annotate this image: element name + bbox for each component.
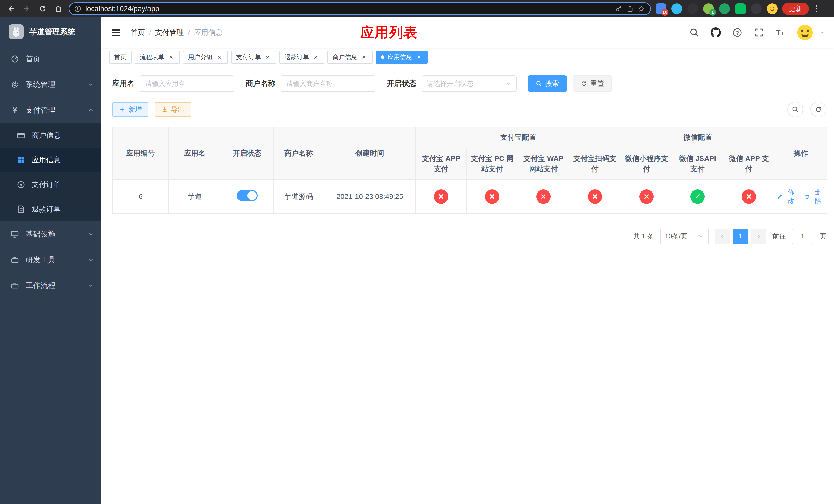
status-toggle[interactable] <box>237 190 258 201</box>
filter-form: 应用名 商户名称 开启状态 请选择开启状态 搜索 <box>112 75 826 92</box>
breadcrumb-home[interactable]: 首页 <box>131 28 145 38</box>
goto-suffix: 页 <box>820 232 826 241</box>
reload-icon[interactable] <box>37 3 48 14</box>
avatar[interactable] <box>796 24 813 41</box>
monitor-icon <box>10 230 20 239</box>
extension-icon-2[interactable] <box>672 3 682 14</box>
column-header-alipay-pc: 支付宝 PC 网站支付 <box>466 148 518 180</box>
extension-badge: 10 <box>661 9 668 16</box>
table-row: 6 芋道 芋道源码 2021-10-23 08:49:25 <box>112 180 827 213</box>
tab-app-info[interactable]: 应用信息 <box>376 51 427 64</box>
cell-merchant: 芋道源码 <box>273 180 324 213</box>
extension-icon-8[interactable] <box>767 3 777 14</box>
tab-payment-orders[interactable]: 支付订单 <box>231 51 276 64</box>
github-icon[interactable] <box>710 27 721 38</box>
page-size-select[interactable]: 10条/页 <box>660 229 709 244</box>
screen: localhost:1024/pay/app 10 1 <box>0 0 834 504</box>
export-button[interactable]: 导出 <box>155 102 191 117</box>
goto-prefix: 前往 <box>772 232 786 241</box>
tab-close-icon[interactable] <box>264 53 271 61</box>
top-navbar: 首页 / 支付管理 / 应用信息 应用列表 ? <box>101 18 834 48</box>
extension-icon-4[interactable]: 1 <box>703 3 714 14</box>
address-bar[interactable]: localhost:1024/pay/app <box>69 2 651 15</box>
status-select[interactable]: 请选择开启状态 <box>422 75 517 92</box>
fullscreen-icon[interactable] <box>753 27 764 38</box>
sidebar-item-workflow[interactable]: 工作流程 <box>0 273 101 298</box>
tab-close-icon[interactable] <box>168 53 175 61</box>
column-header-alipay-app: 支付宝 APP 支付 <box>416 148 466 180</box>
extension-icon-1[interactable]: 10 <box>656 3 666 14</box>
next-page-icon[interactable] <box>751 229 766 244</box>
tab-merchant-info[interactable]: 商户信息 <box>328 51 373 64</box>
chevron-down-icon <box>698 233 704 240</box>
tab-close-icon[interactable] <box>415 53 422 61</box>
forward-icon[interactable] <box>21 3 32 14</box>
tab-close-icon[interactable] <box>312 53 319 61</box>
alipay-qr-status-icon <box>588 189 602 204</box>
font-size-icon[interactable]: TT <box>775 27 786 38</box>
goto-page-input[interactable] <box>792 229 813 244</box>
site-info-icon[interactable] <box>74 5 82 13</box>
share-icon[interactable] <box>627 5 634 13</box>
reset-button[interactable]: 重置 <box>573 75 612 92</box>
extension-icon-3[interactable] <box>687 3 698 14</box>
app-logo: 芋道管理系统 <box>0 18 101 46</box>
search-icon[interactable] <box>689 27 700 38</box>
prev-page-icon[interactable] <box>715 229 730 244</box>
avatar-caret-icon[interactable] <box>819 30 825 36</box>
sidebar-item-payment[interactable]: ¥ 支付管理 <box>0 97 101 123</box>
search-button[interactable]: 搜索 <box>528 75 567 92</box>
tab-close-icon[interactable] <box>360 53 368 61</box>
add-button[interactable]: 新增 <box>112 102 149 117</box>
merchant-name-input[interactable] <box>281 75 375 92</box>
column-header-merchant: 商户名称 <box>273 127 324 180</box>
sidebar-menu: 首页 系统管理 ¥ 支付管理 <box>0 46 101 298</box>
dashboard-icon <box>10 54 20 64</box>
status-label: 开启状态 <box>387 78 416 89</box>
column-header-alipay-wap: 支付宝 WAP 网站支付 <box>518 148 569 180</box>
sidebar-item-home[interactable]: 首页 <box>0 46 101 72</box>
browser-menu-icon[interactable] <box>813 5 819 12</box>
hamburger-icon[interactable] <box>111 27 122 38</box>
back-icon[interactable] <box>5 3 16 14</box>
sidebar-item-merchant-info[interactable]: 商户信息 <box>0 123 101 148</box>
app-name-input[interactable] <box>139 75 235 92</box>
column-header-wx-mini: 微信小程序支付 <box>621 148 672 180</box>
payment-submenu: 商户信息 应用信息 支付订单 <box>0 123 101 222</box>
home-icon[interactable] <box>53 3 64 14</box>
edit-link[interactable]: 修改 <box>777 188 797 206</box>
credit-card-icon <box>16 131 26 140</box>
svg-text:?: ? <box>736 30 739 36</box>
chevron-down-icon <box>505 80 511 87</box>
table-toolbar: 新增 导出 <box>112 101 826 117</box>
browser-update-button[interactable]: 更新 <box>782 3 809 15</box>
sidebar-item-refund-orders[interactable]: 退款订单 <box>0 197 101 222</box>
breadcrumb-payment[interactable]: 支付管理 <box>155 28 184 38</box>
yen-icon: ¥ <box>10 106 20 115</box>
help-icon[interactable]: ? <box>732 27 743 38</box>
url-text[interactable]: localhost:1024/pay/app <box>85 5 612 13</box>
column-header-wx-app: 微信 APP 支付 <box>723 148 775 180</box>
sidebar-item-infrastructure[interactable]: 基础设施 <box>0 222 101 247</box>
refresh-table-icon[interactable] <box>810 101 826 117</box>
sidebar-item-app-info[interactable]: 应用信息 <box>0 148 101 172</box>
tab-home[interactable]: 首页 <box>109 51 132 64</box>
svg-text:T: T <box>781 31 784 36</box>
delete-link[interactable]: 删除 <box>804 188 825 206</box>
tab-user-group[interactable]: 用户分组 <box>183 51 228 64</box>
extension-icon-7[interactable] <box>751 3 762 14</box>
tag-tab-bar: 首页 流程表单 用户分组 支付订单 退款订单 <box>101 48 834 66</box>
sidebar-item-dev-tools[interactable]: 研发工具 <box>0 247 101 273</box>
extension-icon-6[interactable] <box>735 3 746 14</box>
sidebar-item-payment-orders[interactable]: 支付订单 <box>0 172 101 197</box>
sidebar-item-system[interactable]: 系统管理 <box>0 72 101 97</box>
tab-refund-orders[interactable]: 退款订单 <box>279 51 324 64</box>
password-key-icon[interactable] <box>615 5 623 13</box>
current-page[interactable]: 1 <box>733 229 748 244</box>
tab-close-icon[interactable] <box>216 53 223 61</box>
bookmark-star-icon[interactable] <box>638 5 645 13</box>
toggle-search-icon[interactable] <box>787 101 803 117</box>
tab-process-form[interactable]: 流程表单 <box>135 51 180 64</box>
extension-icon-5[interactable] <box>719 3 730 14</box>
cell-created: 2021-10-23 08:49:25 <box>324 180 416 213</box>
